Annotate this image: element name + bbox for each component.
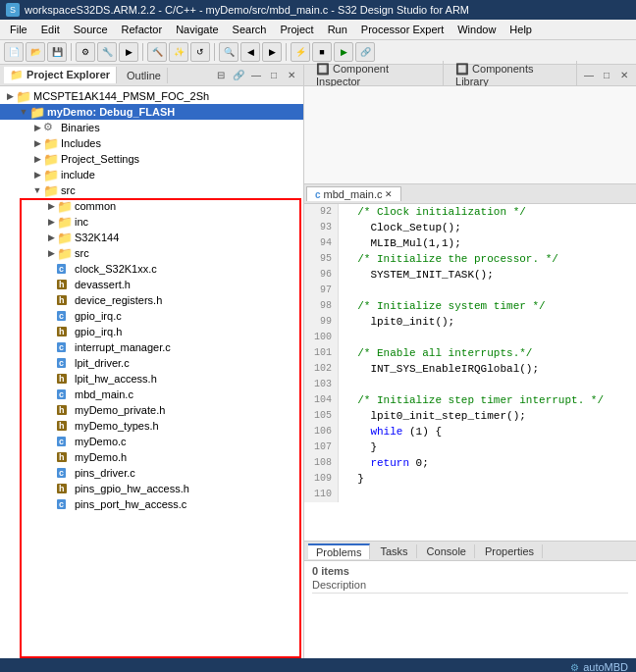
close-tab-icon[interactable]: ✕ [385,189,393,199]
tree-item[interactable]: ▶📁Project_Settings [0,151,303,167]
extra-btn[interactable]: 🔗 [355,42,375,62]
code-line: 93 Clock_Setup(); [304,220,636,235]
tree-item-label: pins_gpio_hw_access.h [75,483,189,494]
tree-item[interactable]: cinterrupt_manager.c [0,339,303,355]
tree-area[interactable]: ▶📁MCSPTE1AK144_PMSM_FOC_2Sh▼📁myDemo: Deb… [0,86,303,658]
code-line: 102 INT_SYS_EnableIRQGlobal(); [304,361,636,377]
menu-item-search[interactable]: Search [227,22,273,37]
code-line: 106 while (1) { [304,424,636,439]
collapse-all-icon[interactable]: ⊟ [213,68,229,83]
code-line: 104 /* Initialize step timer interrupt. … [304,392,636,408]
tree-item[interactable]: cgpio_irq.c [0,308,303,324]
tree-item[interactable]: cmyDemo.c [0,434,303,449]
tree-item[interactable]: ▶📁S32K144 [0,230,303,245]
menu-item-project[interactable]: Project [274,22,319,37]
tree-item[interactable]: ▶⚙Binaries [0,120,303,135]
bottom-tab-console[interactable]: Console [419,544,475,558]
tree-item[interactable]: hlpit_hw_access.h [0,371,303,387]
forward-btn[interactable]: ▶ [262,42,282,62]
open-btn[interactable]: 📂 [26,42,45,62]
tree-item[interactable]: ▼📁src [0,182,303,198]
run-btn[interactable]: ▶ [119,42,138,62]
tree-item[interactable]: cpins_port_hw_access.c [0,496,303,512]
tree-item[interactable]: ▶📁src [0,245,303,261]
code-line: 100 [304,330,636,345]
minimize-icon[interactable]: — [248,68,264,83]
component-inspector-tabs: 🔲 Component Inspector 🔲 Components Libra… [304,65,636,86]
tree-item[interactable]: ▶📁MCSPTE1AK144_PMSM_FOC_2Sh [0,88,303,104]
line-content: /* Clock initialization */ [339,204,526,220]
line-number: 100 [304,330,339,345]
tree-item[interactable]: hdevice_registers.h [0,292,303,308]
file-c-icon: c [57,466,73,480]
tab-outline[interactable]: Outline [121,68,168,83]
right-minimize-icon[interactable]: — [581,68,597,83]
tree-item-label: lpit_driver.c [75,357,130,369]
tab-project-explorer[interactable]: 📁 Project Explorer [4,67,117,83]
file-h-icon: h [57,419,73,433]
tree-item[interactable]: ▶📁inc [0,214,303,230]
tree-item[interactable]: hgpio_irq.h [0,324,303,339]
code-tab-mbd-main[interactable]: c mbd_main.c ✕ [306,186,401,201]
bottom-tab-problems[interactable]: Problems [308,543,370,559]
tree-item[interactable]: hdevassert.h [0,277,303,292]
tree-item[interactable]: ▼📁myDemo: Debug_FLASH [0,104,303,120]
refresh-btn[interactable]: ↺ [190,42,210,62]
tree-item-label: myDemo.h [75,451,127,463]
tree-item[interactable]: clpit_driver.c [0,355,303,371]
back-btn[interactable]: ◀ [240,42,260,62]
link-icon[interactable]: 🔗 [231,68,246,83]
menu-item-help[interactable]: Help [504,22,538,37]
line-content: /* Enable all interrupts.*/ [339,345,532,361]
new-btn[interactable]: 📄 [4,42,24,62]
folder-icon: 📁 [57,199,73,213]
tree-item-label: pins_port_hw_access.c [75,498,186,510]
settings-btn[interactable]: ⚙ [76,42,95,62]
menu-item-source[interactable]: Source [68,22,114,37]
menu-item-navigate[interactable]: Navigate [170,22,224,37]
tab-components-library[interactable]: 🔲 Components Library [448,61,577,89]
folder-icon: 📁 [43,136,59,150]
tree-item[interactable]: hmyDemo_private.h [0,402,303,418]
build-btn[interactable]: 🔨 [147,42,167,62]
tree-item[interactable]: hmyDemo_types.h [0,418,303,434]
tree-item[interactable]: hpins_gpio_hw_access.h [0,481,303,496]
menu-item-window[interactable]: Window [451,22,502,37]
tab-component-inspector[interactable]: 🔲 Component Inspector [308,61,444,89]
lightning-btn[interactable]: ⚡ [291,42,310,62]
save-btn[interactable]: 💾 [47,42,67,62]
code-editor[interactable]: 92 /* Clock initialization */93 Clock_Se… [304,204,636,541]
close-icon[interactable]: ✕ [284,68,299,83]
menu-item-edit[interactable]: Edit [35,22,66,37]
bottom-tab-tasks[interactable]: Tasks [372,544,416,558]
tree-item-label: myDemo_private.h [75,404,165,416]
right-maximize-icon[interactable]: □ [599,68,614,83]
tree-item[interactable]: ▶📁include [0,167,303,182]
tree-item[interactable]: hmyDemo.h [0,449,303,465]
tree-item[interactable]: cclock_S32K1xx.c [0,261,303,277]
menu-item-file[interactable]: File [4,22,33,37]
tree-item-label: gpio_irq.h [75,326,122,337]
line-content: while (1) { [339,424,442,439]
bottom-tab-properties[interactable]: Properties [477,544,543,558]
tree-item[interactable]: ▶📁common [0,198,303,214]
menu-item-refactor[interactable]: Refactor [116,22,169,37]
line-content: } [339,439,377,455]
tree-item[interactable]: cpins_driver.c [0,465,303,481]
tree-item[interactable]: ▶📁Includes [0,135,303,151]
menu-item-run[interactable]: Run [322,22,353,37]
stop-btn[interactable]: ■ [312,42,332,62]
file-h-icon: h [57,372,73,386]
tree-item-label: mbd_main.c [75,388,133,400]
maximize-icon[interactable]: □ [266,68,282,83]
code-line: 95 /* Initialize the processor. */ [304,251,636,267]
clean-btn[interactable]: ✨ [169,42,188,62]
tree-item-label: gpio_irq.c [75,310,122,322]
zoom-btn[interactable]: 🔍 [219,42,238,62]
menu-item-processor expert[interactable]: Processor Expert [355,22,450,37]
tree-item[interactable]: cmbd_main.c [0,387,303,402]
debug-btn[interactable]: 🔧 [97,42,117,62]
play-btn[interactable]: ▶ [334,42,353,62]
right-close-icon[interactable]: ✕ [616,68,632,83]
code-line: 103 [304,377,636,392]
